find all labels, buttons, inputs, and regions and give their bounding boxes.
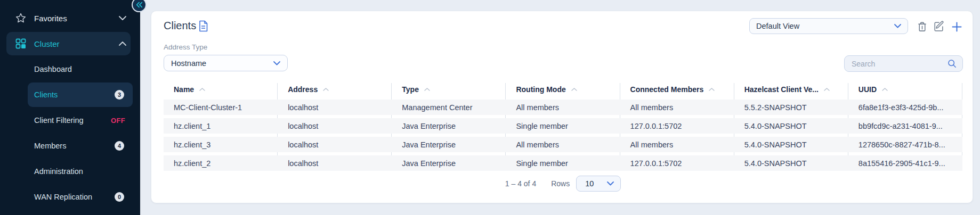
star-icon bbox=[15, 12, 34, 24]
sort-asc-icon bbox=[424, 88, 430, 91]
document-icon[interactable] bbox=[198, 20, 208, 34]
table-cell: hz.client_2 bbox=[164, 155, 278, 171]
sidebar-item-clients[interactable]: Clients3 bbox=[0, 82, 140, 108]
table-row-mc-client-cluster-1[interactable]: MC-Client-Cluster-1localhostManagement C… bbox=[164, 100, 962, 115]
edit-icon bbox=[933, 21, 945, 32]
table-cell: All members bbox=[620, 100, 734, 115]
sidebar-section-label: Cluster bbox=[34, 39, 60, 48]
table-cell: Java Enterprise bbox=[392, 118, 506, 134]
table-cell: localhost bbox=[278, 155, 392, 171]
table-cell: 5.5.2-SNAPSHOT bbox=[734, 100, 848, 115]
table-cell: All members bbox=[506, 100, 620, 115]
clients-panel: Clients Default View bbox=[151, 11, 973, 203]
search-box bbox=[844, 55, 963, 72]
sort-asc-icon bbox=[323, 88, 329, 91]
table-row-hz-client-3[interactable]: hz.client_3localhostJava EnterpriseAll m… bbox=[164, 137, 962, 152]
column-header-type[interactable]: Type bbox=[392, 82, 506, 97]
sidebar-item-label: Clients bbox=[34, 90, 58, 99]
table-cell: MC-Client-Cluster-1 bbox=[164, 100, 278, 115]
chevrons-left-icon bbox=[135, 1, 143, 9]
sort-asc-icon bbox=[824, 88, 830, 91]
column-header-label: Connected Members bbox=[630, 85, 704, 94]
table-cell: 5.4.0-SNAPSHOT bbox=[734, 137, 848, 152]
sidebar-item-members[interactable]: Members4 bbox=[0, 133, 140, 159]
sidebar-item-wan-replication[interactable]: WAN Replication0 bbox=[0, 184, 140, 210]
column-header-address[interactable]: Address bbox=[278, 82, 392, 97]
main-area: Clients Default View bbox=[140, 0, 980, 215]
chevron-down-icon bbox=[273, 61, 280, 65]
add-view-button[interactable] bbox=[950, 20, 963, 34]
count-badge: 0 bbox=[115, 192, 124, 202]
sidebar-item-label: Client Filtering bbox=[34, 116, 84, 125]
column-header-label: Name bbox=[174, 85, 194, 94]
delete-view-button[interactable] bbox=[915, 20, 929, 34]
trash-icon bbox=[917, 21, 928, 33]
count-badge: 3 bbox=[115, 90, 124, 100]
sidebar-item-label: Administration bbox=[34, 167, 83, 176]
sidebar-section-cluster[interactable]: Cluster bbox=[0, 31, 140, 56]
clients-table: NameAddressTypeRouting ModeConnected Mem… bbox=[164, 82, 962, 171]
chevron-up-icon bbox=[119, 42, 126, 46]
column-header-label: Routing Mode bbox=[516, 85, 565, 94]
table-cell: Single member bbox=[506, 118, 620, 134]
column-header-uuid[interactable]: UUID bbox=[848, 82, 962, 97]
sort-asc-icon bbox=[709, 88, 715, 91]
table-cell: 8a155416-2905-41c1-9... bbox=[848, 155, 962, 171]
edit-view-button[interactable] bbox=[932, 20, 946, 34]
table-cell: localhost bbox=[278, 137, 392, 152]
table-cell: localhost bbox=[278, 118, 392, 134]
column-header-label: Type bbox=[402, 85, 419, 94]
table-row-hz-client-1[interactable]: hz.client_1localhostJava EnterpriseSingl… bbox=[164, 118, 962, 134]
table-cell: 1278650c-8827-471b-8... bbox=[848, 137, 962, 152]
table-row-hz-client-2[interactable]: hz.client_2localhostJava EnterpriseSingl… bbox=[164, 155, 962, 171]
column-header-connected-members[interactable]: Connected Members bbox=[620, 82, 734, 97]
view-select[interactable]: Default View bbox=[749, 18, 908, 34]
chevron-down-icon bbox=[894, 24, 901, 28]
table-cell: Java Enterprise bbox=[392, 155, 506, 171]
pagination-range: 1 – 4 of 4 bbox=[505, 179, 536, 188]
column-header-label: Address bbox=[288, 85, 318, 94]
address-type-select[interactable]: Hostname bbox=[164, 55, 288, 71]
sidebar-items: DashboardClients3Client FilteringOFFMemb… bbox=[0, 56, 140, 210]
sidebar-section-label: Favorites bbox=[34, 14, 67, 23]
column-header-routing-mode[interactable]: Routing Mode bbox=[506, 82, 620, 97]
table-cell: Java Enterprise bbox=[392, 137, 506, 152]
rows-per-page-label: Rows bbox=[551, 179, 570, 188]
column-header-hazelcast-client-ve[interactable]: Hazelcast Client Ve... bbox=[734, 82, 848, 97]
table-header-row: NameAddressTypeRouting ModeConnected Mem… bbox=[164, 82, 962, 97]
sort-asc-icon bbox=[882, 88, 888, 91]
column-header-label: Hazelcast Client Ve... bbox=[744, 85, 819, 94]
search-input[interactable] bbox=[851, 59, 947, 69]
sidebar-item-client-filtering[interactable]: Client FilteringOFF bbox=[0, 108, 140, 133]
sort-asc-icon bbox=[571, 88, 577, 91]
pagination: 1 – 4 of 4 Rows 10 bbox=[164, 175, 962, 192]
column-header-name[interactable]: Name bbox=[164, 82, 278, 97]
table-cell: Single member bbox=[506, 155, 620, 171]
sidebar-item-label: Members bbox=[34, 142, 66, 150]
chevron-down-icon bbox=[119, 16, 126, 20]
address-type-label: Address Type bbox=[164, 43, 207, 51]
column-header-label: UUID bbox=[858, 85, 877, 94]
table-cell: All members bbox=[506, 137, 620, 152]
table-cell: hz.client_1 bbox=[164, 118, 278, 134]
chevron-down-icon bbox=[607, 181, 614, 186]
plus-icon bbox=[951, 21, 962, 32]
address-type-value: Hostname bbox=[171, 59, 206, 68]
table-cell: 5.4.0-SNAPSHOT bbox=[734, 118, 848, 134]
sidebar-item-label: WAN Replication bbox=[34, 193, 92, 201]
table-cell: 127.0.0.1:5702 bbox=[620, 118, 734, 134]
page-title: Clients bbox=[164, 20, 196, 32]
sidebar-item-label: Dashboard bbox=[34, 65, 72, 73]
view-select-value: Default View bbox=[756, 22, 799, 30]
rows-per-page-select[interactable]: 10 bbox=[576, 176, 621, 192]
table-cell: 6fa8e1f3-e3f3-425d-9b... bbox=[848, 100, 962, 115]
count-badge: 4 bbox=[115, 141, 124, 151]
search-icon bbox=[947, 59, 957, 68]
table-cell: hz.client_3 bbox=[164, 137, 278, 152]
sidebar-item-administration[interactable]: Administration bbox=[0, 159, 140, 184]
table-cell: localhost bbox=[278, 100, 392, 115]
sidebar-collapse-button[interactable] bbox=[132, 0, 147, 12]
table-cell: bb9fcd9c-a231-4081-9... bbox=[848, 118, 962, 134]
sidebar-section-favorites[interactable]: Favorites bbox=[0, 5, 140, 31]
sidebar-item-dashboard[interactable]: Dashboard bbox=[0, 56, 140, 82]
